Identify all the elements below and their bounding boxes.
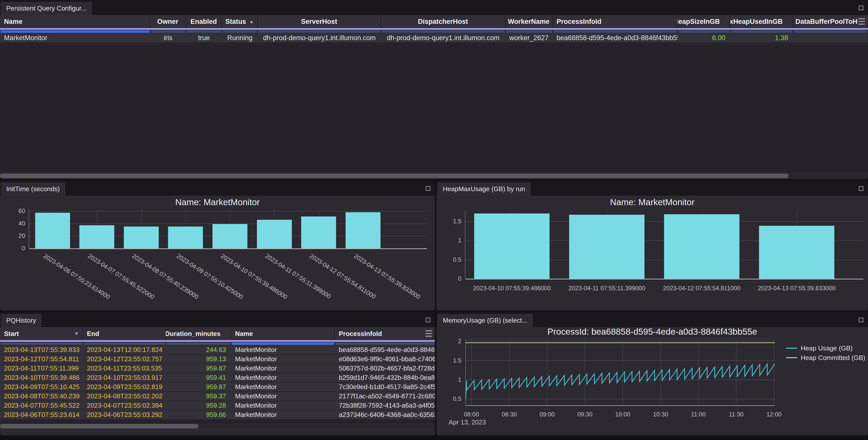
horizontal-scrollbar[interactable]: [0, 174, 868, 178]
scrollbar-thumb[interactable]: [0, 174, 788, 178]
y-axis-tick-label: 1.5: [441, 217, 461, 225]
sort-ascending-icon: ▲: [249, 19, 254, 24]
tab-pq-history[interactable]: PQHistory: [1, 314, 41, 327]
bar-3: [664, 214, 739, 279]
cell-start: 2023-04-11T07:55:11.399: [0, 364, 83, 373]
column-header-start[interactable]: Start▼: [0, 327, 83, 340]
y-axis-tick-label: 40: [5, 220, 25, 227]
column-select-bar: [0, 30, 150, 33]
column-select-bar: [0, 342, 82, 345]
cell-processinfoid: a237346c-6406-4368-aa0c-635624: [335, 410, 435, 419]
column-header-workername[interactable]: WorkerName: [505, 15, 553, 28]
bar-4: [759, 226, 834, 279]
cell-status: Running: [222, 33, 258, 42]
bar-8: [346, 212, 380, 248]
cell-name: MarketMonitor: [231, 392, 335, 401]
column-select-bar: [166, 342, 230, 345]
tab-label: Persistent Query Configur...: [6, 4, 86, 12]
column-select-bar: [731, 30, 793, 33]
column-header-label: Status: [225, 18, 246, 26]
table-row[interactable]: 2023-04-12T07:55:54.8112023-04-12T23:55:…: [0, 355, 435, 364]
x-axis-line: [29, 248, 427, 249]
panel-corner-toggle[interactable]: [426, 317, 431, 323]
column-header-dispatcherhost[interactable]: DispatcherHost: [381, 15, 505, 28]
bar-5: [213, 224, 247, 248]
column-header-label: Owner: [157, 18, 178, 26]
table-header-row: Start▼EndDuration_minutesNameProcessInfo…: [0, 327, 435, 340]
bar-4: [168, 227, 203, 248]
table-row[interactable]: 2023-04-07T07:55:45.5222023-04-07T23:55:…: [0, 401, 435, 410]
column-select-bar: [335, 342, 434, 345]
column-header-label: DataBufferPoolToH: [796, 18, 858, 26]
legend-item[interactable]: Heap Usage (GB): [786, 344, 853, 352]
y-axis-line: [465, 210, 465, 279]
line-plot-area[interactable]: [465, 339, 775, 406]
column-header-label: Name: [4, 18, 23, 26]
table-row[interactable]: 2023-04-13T07:55:39.8332023-04-13T12:00:…: [0, 345, 435, 355]
cell-duration-minutes: 959.28: [166, 401, 231, 410]
cell-end: 2023-04-06T23:55:03.292: [83, 410, 166, 419]
cell-end: 2023-04-13T12:00:17.824: [83, 345, 166, 354]
column-select-bar: [794, 30, 868, 33]
table-row[interactable]: 2023-04-09T07:55:10.4252023-04-09T23:55:…: [0, 382, 435, 392]
y-axis-tick-label: 0: [441, 275, 461, 282]
tab-label: PQHistory: [6, 316, 36, 324]
bar-3: [124, 227, 159, 248]
table-row[interactable]: 2023-04-10T07:55:39.4862023-04-10T23:55:…: [0, 373, 435, 382]
cell-duration-minutes: 959.87: [166, 382, 231, 391]
horizontal-scrollbar[interactable]: [0, 424, 435, 429]
cell-processinfoid: 72b38f28-7592-4143-a6a3-a4f05e: [335, 401, 435, 410]
cell-name: MarketMonitor: [231, 345, 335, 354]
legend-item[interactable]: Heap Committed (GB): [786, 354, 865, 362]
column-select-bar: [381, 30, 505, 33]
table-menu-icon[interactable]: ☰: [858, 15, 866, 28]
y-axis-tick-label: 20: [5, 232, 25, 240]
cell-owner: iris: [150, 33, 186, 42]
column-header-label: WorkerName: [508, 18, 550, 26]
column-header-heapsizeingb[interactable]: HeapSizeInGB: [678, 15, 731, 28]
panel-corner-toggle[interactable]: [859, 5, 864, 10]
cell-name: MarketMonitor: [231, 364, 335, 373]
tab-persistent-query-config[interactable]: Persistent Query Configur...: [1, 2, 92, 15]
column-select-bar: [151, 30, 185, 33]
table-row[interactable]: 2023-04-06T07:55:23.6142023-04-06T23:55:…: [0, 410, 435, 420]
column-header-name[interactable]: Name: [0, 15, 150, 28]
column-select-bar: [83, 342, 165, 345]
table-row[interactable]: 2023-04-11T07:55:11.3992023-04-11T23:55:…: [0, 364, 435, 373]
table-menu-icon[interactable]: ☰: [425, 327, 433, 340]
cell-end: 2023-04-08T23:55:02.202: [83, 392, 166, 401]
column-header-maxheapusedingb[interactable]: MaxHeapUsedInGB: [731, 15, 793, 28]
column-header-end[interactable]: End: [83, 327, 166, 340]
table-row[interactable]: MarketMonitoriristrueRunningdh-prod-demo…: [0, 33, 868, 43]
column-header-status[interactable]: Status▲: [222, 15, 258, 28]
chart-title: ProcessId: bea68858-d595-4ede-a0d3-8846f…: [436, 327, 868, 337]
column-header-label: MaxHeapUsedInGB: [731, 18, 783, 26]
column-header-label: ProcessInfoId: [557, 18, 601, 26]
column-header-enabled[interactable]: Enabled: [186, 15, 222, 28]
column-header-databufferpooltoh[interactable]: DataBufferPoolToH☰: [793, 15, 868, 28]
scrollbar-thumb[interactable]: [0, 424, 198, 429]
column-header-owner[interactable]: Owner: [150, 15, 186, 28]
cell-name: MarketMonitor: [231, 410, 335, 419]
panel-heap-max-usage: HeapMaxUsage (GB) by run Name: MarketMon…: [436, 181, 868, 311]
column-header-label: HeapSizeInGB: [678, 18, 720, 26]
legend-line-swatch: [786, 357, 797, 358]
cell-databufferpooltoh: [793, 33, 868, 42]
y-axis-tick-label: 1: [441, 237, 461, 244]
cell-duration-minutes: 959.41: [166, 373, 231, 382]
table-row[interactable]: 2023-04-08T07:55:40.2392023-04-08T23:55:…: [0, 392, 435, 401]
column-header-serverhost[interactable]: ServerHost: [258, 15, 381, 28]
y-axis-tick-label: 60: [5, 207, 25, 215]
column-header-processinfoid[interactable]: ProcessInfoId: [553, 15, 678, 28]
x-axis-tick-label: 08:30: [494, 411, 524, 418]
column-header-name[interactable]: Name: [231, 327, 335, 340]
cell-end: 2023-04-09T23:55:02.819: [83, 382, 166, 391]
series-heap-usage-gb: [465, 364, 775, 402]
cell-processinfoid: 7c30e9ed-b1d0-4517-9a85-2c4f57: [335, 382, 435, 391]
column-header-label: Duration_minutes: [166, 330, 220, 338]
cell-maxheapusedingb: 1.38: [731, 33, 793, 42]
cell-duration-minutes: 959.66: [166, 410, 231, 419]
x-axis-tick-label: 2023-04-11 07:55:11.399000: [559, 285, 654, 292]
column-header-processinfoid[interactable]: ProcessInfoId☰: [335, 327, 435, 340]
column-header-duration-minutes[interactable]: Duration_minutes: [166, 327, 231, 340]
